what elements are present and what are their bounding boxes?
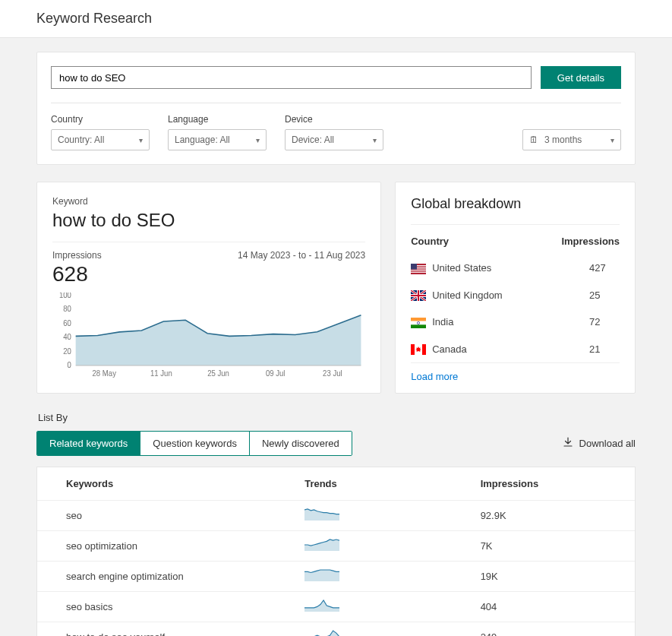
search-card: Get details Country Country: All ▾ Langu… — [36, 52, 636, 165]
table-header: Keywords Trends Impressions — [37, 467, 635, 501]
trend-cell — [304, 630, 480, 636]
impressions-value: 628 — [52, 262, 365, 286]
table-row: search engine optimization19K — [37, 562, 635, 592]
impressions-cell: 7K — [481, 540, 606, 552]
breakdown-title: Global breakdown — [411, 196, 620, 225]
flag-icon — [411, 318, 426, 328]
breakdown-impressions-header: Impressions — [561, 236, 620, 247]
keyword-value: how to do SEO — [52, 210, 365, 242]
listby-label: List By — [38, 412, 636, 423]
keyword-search-input[interactable] — [51, 66, 532, 89]
tab-related-keywords[interactable]: Related keywords — [37, 432, 140, 455]
keywords-table: Keywords Trends Impressions seo92.9Kseo … — [36, 467, 636, 636]
svg-rect-22 — [411, 324, 426, 328]
svg-rect-25 — [411, 344, 415, 355]
device-dropdown[interactable]: Device: All ▾ — [285, 129, 383, 150]
keyword-label: Keyword — [52, 196, 365, 207]
page-title: Keyword Research — [0, 0, 672, 38]
impressions-cell: 92.9K — [481, 510, 606, 521]
keyword-cell: seo basics — [66, 601, 304, 612]
svg-text:40: 40 — [63, 333, 71, 341]
svg-text:20: 20 — [63, 346, 71, 355]
breakdown-row: United States427 — [411, 255, 620, 282]
breakdown-row: United Kingdom25 — [411, 282, 620, 309]
svg-rect-20 — [411, 318, 426, 321]
breakdown-country-header: Country — [411, 236, 449, 247]
tab-question-keywords[interactable]: Question keywords — [140, 432, 249, 455]
download-icon — [563, 437, 573, 450]
impressions-daterange: 14 May 2023 - to - 11 Aug 2023 — [238, 250, 365, 261]
keyword-cell: seo — [66, 510, 304, 521]
svg-rect-16 — [411, 270, 426, 271]
download-all-link[interactable]: Download all — [563, 437, 636, 450]
svg-text:25 Jun: 25 Jun — [207, 369, 229, 378]
chevron-down-icon: ▾ — [139, 136, 143, 144]
flag-icon — [411, 290, 426, 301]
svg-text:11 Jun: 11 Jun — [150, 369, 172, 378]
listby-tabs: Related keywords Question keywords Newly… — [36, 431, 352, 456]
chevron-down-icon: ▾ — [610, 136, 614, 144]
svg-rect-18 — [411, 264, 417, 270]
impressions-label: Impressions — [52, 250, 102, 261]
trend-cell — [304, 569, 480, 584]
tab-newly-discovered[interactable]: Newly discovered — [249, 432, 352, 455]
svg-text:80: 80 — [63, 305, 71, 313]
svg-text:60: 60 — [63, 319, 71, 327]
table-row: seo92.9K — [37, 501, 635, 531]
impressions-cell: 19K — [481, 571, 606, 582]
svg-rect-17 — [411, 271, 426, 272]
svg-text:0: 0 — [68, 361, 72, 369]
trend-cell — [304, 508, 480, 523]
load-more-link[interactable]: Load more — [411, 371, 458, 382]
svg-text:23 Jul: 23 Jul — [323, 369, 342, 378]
impressions-cell: 249 — [481, 631, 606, 636]
breakdown-row: Canada21 — [411, 336, 620, 363]
trend-cell — [304, 539, 480, 553]
daterange-dropdown[interactable]: 🗓 3 months ▾ — [522, 129, 621, 150]
breakdown-row: India72 — [411, 309, 620, 336]
svg-text:09 Jul: 09 Jul — [266, 369, 286, 378]
flag-icon — [411, 264, 426, 274]
impressions-area-chart: 02040608010028 May11 Jun25 Jun09 Jul23 J… — [52, 293, 365, 382]
device-label: Device — [285, 114, 383, 125]
keyword-cell: seo optimization — [66, 540, 304, 552]
chevron-down-icon: ▾ — [256, 136, 260, 144]
flag-icon — [411, 344, 426, 355]
global-breakdown-card: Global breakdown Country Impressions Uni… — [395, 182, 636, 394]
keyword-impressions-card: Keyword how to do SEO Impressions 14 May… — [36, 182, 381, 394]
country-label: Country — [51, 114, 150, 125]
language-dropdown[interactable]: Language: All ▾ — [168, 129, 267, 150]
calendar-icon: 🗓 — [529, 134, 538, 145]
table-row: seo basics404 — [37, 592, 635, 622]
impressions-cell: 404 — [481, 601, 606, 612]
table-row: how to do seo yourself249 — [37, 622, 635, 636]
get-details-button[interactable]: Get details — [541, 66, 621, 89]
chevron-down-icon: ▾ — [373, 136, 377, 144]
svg-rect-26 — [422, 344, 426, 355]
language-label: Language — [168, 114, 267, 125]
svg-text:100: 100 — [59, 293, 72, 299]
country-dropdown[interactable]: Country: All ▾ — [51, 129, 150, 150]
keyword-cell: search engine optimization — [66, 571, 304, 582]
keyword-cell: how to do seo yourself — [66, 631, 304, 636]
svg-text:28 May: 28 May — [93, 369, 116, 378]
table-row: seo optimization7K — [37, 531, 635, 562]
trend-cell — [304, 600, 480, 614]
